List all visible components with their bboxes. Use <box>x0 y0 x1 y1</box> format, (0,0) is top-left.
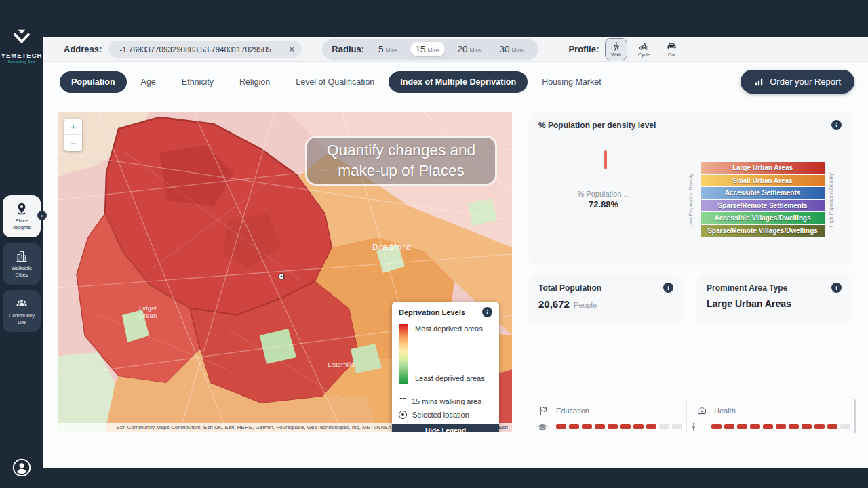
radius-selector: Radius: 5Mins 15Mins 20Mins 30Mins <box>322 39 538 60</box>
legend-most-label: Most deprived areas <box>415 325 483 333</box>
panel-scrollbar[interactable] <box>854 399 856 433</box>
profile-selector: Profile: Walk Cycle Car <box>568 38 683 60</box>
score-segment <box>763 424 773 429</box>
education-score-bar <box>556 424 682 429</box>
radius-label: Radius: <box>332 44 364 54</box>
health-label: Health <box>714 407 736 415</box>
score-segment <box>789 424 799 429</box>
tab-level-of-qualification[interactable]: Level of Qualification <box>284 71 386 93</box>
sidebar-item-walkable-cities[interactable]: WalkableCities <box>3 243 41 285</box>
education-score-icon <box>537 422 548 432</box>
profile-option-car[interactable]: Car <box>660 38 683 60</box>
prominent-area-value: Large Urban Areas <box>707 298 791 309</box>
score-segment <box>608 424 618 429</box>
sidebar-expand-chevron[interactable]: › <box>37 211 47 220</box>
density-level-accessible-villages-dwellings: Accessible Villages/Dwellings <box>701 212 825 224</box>
radius-option-20-mins[interactable]: 20Mins <box>452 42 487 56</box>
score-segment <box>724 424 734 429</box>
density-level-large-urban-areas: Large Urban Areas <box>701 162 825 174</box>
zoom-out-button[interactable]: − <box>64 135 82 151</box>
score-segment <box>750 424 760 429</box>
prominent-area-title: Prominent Area Type <box>707 283 787 293</box>
radius-option-5-mins[interactable]: 5Mins <box>373 42 403 56</box>
score-segment <box>840 424 850 429</box>
map-canvas[interactable]: Bradford Lidget Green Listerhills + − Qu… <box>58 112 512 432</box>
tab-strip: PopulationAgeEthnicityReligionLevel of Q… <box>43 62 868 102</box>
info-icon[interactable]: i <box>482 307 492 317</box>
density-level-sparse-remote-villages-dwellings: Sparse/Remote Villages/Dwellings <box>701 225 825 237</box>
density-level-legend: Large Urban Areas Small Urban Areas Acce… <box>701 162 825 237</box>
user-avatar-icon[interactable] <box>12 458 31 477</box>
score-segment <box>569 424 579 429</box>
address-label: Address: <box>64 44 102 54</box>
order-report-label: Order your Report <box>770 77 841 87</box>
address-value: -1.7693377093290883,53.79403117029505 <box>119 45 284 54</box>
tab-index-of-multiple-deprivation[interactable]: Index of Multiple Deprivation <box>389 71 528 93</box>
density-panel-title: % Population per density level <box>538 121 656 130</box>
zoom-in-button[interactable]: + <box>64 119 82 135</box>
map-zoom-control: + − <box>64 119 82 151</box>
total-population-value: 20,672 <box>538 298 570 310</box>
density-gauge-bar <box>604 150 607 169</box>
score-segment <box>556 424 566 429</box>
selected-location-icon <box>399 411 407 419</box>
total-population-card: Total Population i 20,672 People <box>529 274 683 323</box>
main-area: Address: -1.7693377093290883,53.79403117… <box>43 37 868 468</box>
gauge-value: 72.88% <box>549 199 658 209</box>
tab-population[interactable]: Population <box>60 71 127 93</box>
score-segment <box>711 424 722 429</box>
density-level-sparse-remote-settlements: Sparse/Remote Settlements <box>701 200 825 212</box>
topbar: Address: -1.7693377093290883,53.79403117… <box>43 37 868 62</box>
score-segment <box>776 424 786 429</box>
axis-low-density: Low Population Density <box>688 162 694 237</box>
yemetech-logo-icon <box>10 28 33 49</box>
buildings-icon <box>15 249 28 263</box>
scores-panel: Education Health <box>529 399 851 432</box>
brand-name: YEMETECH <box>0 52 43 59</box>
deprivation-legend: Deprivation Levels i Most deprived areas… <box>392 302 499 432</box>
place-pin-icon <box>15 202 28 216</box>
radius-option-30-mins[interactable]: 30Mins <box>494 42 529 56</box>
info-icon[interactable]: i <box>831 283 842 293</box>
density-level-accessible-settlements: Accessible Settlements <box>701 187 825 199</box>
profile-option-cycle[interactable]: Cycle <box>633 38 655 60</box>
health-score-bar <box>711 424 850 429</box>
tab-age[interactable]: Age <box>130 71 167 93</box>
density-level-small-urban-areas: Small Urban Areas <box>701 175 825 187</box>
sidebar-nav: PlaceInsights WalkableCities CommunityLi… <box>3 195 41 332</box>
tab-religion[interactable]: Religion <box>228 71 281 93</box>
radius-option-15-mins[interactable]: 15Mins <box>410 42 446 56</box>
address-input[interactable]: -1.7693377093290883,53.79403117029505 ✕ <box>108 41 302 58</box>
profile-option-walk[interactable]: Walk <box>605 38 627 60</box>
legend-title: Deprivation Levels <box>399 308 465 317</box>
axis-high-density: High Population Density <box>828 162 834 237</box>
score-segment <box>672 424 682 429</box>
car-icon <box>667 41 677 52</box>
hide-legend-button[interactable]: Hide Legend <box>392 424 499 432</box>
tab-ethnicity[interactable]: Ethnicity <box>170 71 225 93</box>
score-segment <box>582 424 592 429</box>
density-panel: % Population per density level i % Popul… <box>529 112 851 265</box>
cycle-icon <box>639 41 649 52</box>
info-icon[interactable]: i <box>831 120 842 130</box>
sidebar-item-place-insights[interactable]: PlaceInsights <box>3 195 41 237</box>
brand-logo: YEMETECH Humanizing Data <box>0 28 43 64</box>
score-segment <box>595 424 605 429</box>
legend-selected-label: Selected location <box>412 411 469 419</box>
medkit-icon <box>696 405 707 416</box>
health-score-icon <box>688 422 699 432</box>
health-section: Health <box>686 399 851 432</box>
profile-label: Profile: <box>568 44 599 54</box>
sidebar-item-community-life[interactable]: CommunityLife <box>3 290 41 332</box>
map-label-area2: Listerhills <box>328 361 355 368</box>
walk-icon <box>611 41 621 52</box>
tab-housing-market[interactable]: Housing Market <box>530 71 613 93</box>
report-chart-icon <box>754 77 764 87</box>
close-icon[interactable]: ✕ <box>284 45 295 54</box>
deprivation-gradient-bar <box>399 324 408 384</box>
order-report-button[interactable]: Order your Report <box>741 70 854 94</box>
map-label-area1b: Green <box>139 312 157 319</box>
score-segment <box>646 424 656 429</box>
info-icon[interactable]: i <box>663 283 673 293</box>
gauge-label: % Population ... <box>549 190 658 198</box>
